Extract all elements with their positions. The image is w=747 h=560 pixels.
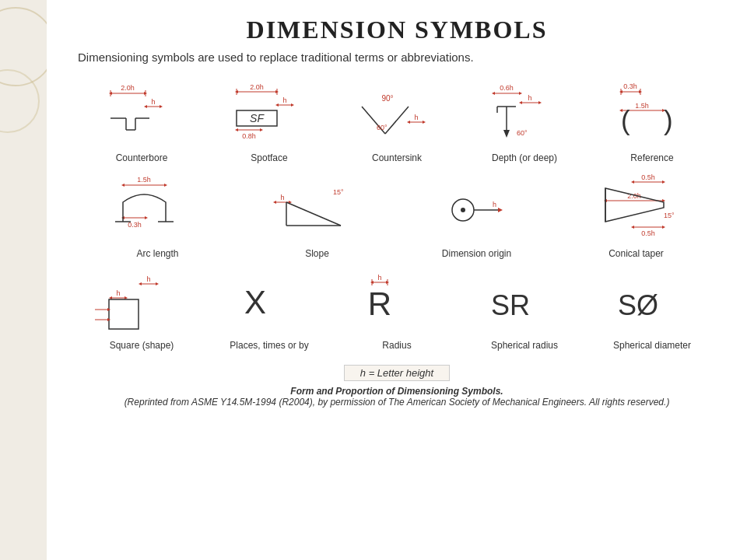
symbol-spotface: 2.0h h 0.8h SF Spotface [205,79,333,163]
svg-text:h: h [151,98,155,106]
page-title: DIMENSION SYMBOLS [78,16,716,44]
symbol-square: h h Square (shape) [78,267,205,351]
depth-label: Depth (or deep) [492,152,557,163]
symbol-spherical-diameter: SØ Spherical diameter [588,267,716,351]
svg-text:2.0h: 2.0h [121,84,135,92]
countersink-label: Countersink [372,152,422,163]
svg-point-76 [461,208,465,212]
svg-text:0.5h: 0.5h [641,173,655,181]
svg-text:h: h [528,94,531,102]
svg-text:h: h [146,275,150,283]
counterbore-label: Counterbore [116,152,168,163]
spotface-label: Spotface [251,152,287,163]
dimension-origin-label: Dimension origin [442,248,511,259]
svg-text:2.0h: 2.0h [250,83,264,91]
svg-text:SR: SR [491,289,530,321]
svg-text:SF: SF [250,112,265,124]
svg-text:1.5h: 1.5h [137,176,151,184]
symbols-row-2: 1.5h 0.3h Arc length h [78,171,716,259]
spherical-diameter-label: Spherical diameter [613,340,691,351]
footer-bold: Form and Proportion of Dimensioning Symb… [290,386,503,397]
svg-text:h: h [116,289,120,297]
symbols-row-3: h h Square (shape) X Places, times or by [78,267,716,351]
radius-label: Radius [382,340,411,351]
svg-text:0.5h: 0.5h [641,229,655,237]
svg-line-31 [385,107,409,134]
spherical-radius-label: Spherical radius [491,340,558,351]
formula-text: h = Letter height [344,365,450,381]
svg-text:R: R [368,285,391,322]
svg-text:0.8h: 0.8h [242,132,256,140]
symbol-conical-taper: 0.5h 2.0h 0.5h 15° Conical taper [556,171,716,259]
slope-label: Slope [305,248,329,259]
svg-text:h: h [414,114,418,121]
square-label: Square (shape) [110,340,174,351]
svg-text:60°: 60° [517,129,528,137]
svg-text:0.6h: 0.6h [500,84,514,92]
svg-text:h: h [280,194,284,201]
symbol-counterbore: 2.0h h Counterbore [78,79,205,163]
svg-text:h: h [493,201,496,208]
footer-citation-text: (Reprinted from ASME Y14.5M-1994 (R2004)… [124,397,670,408]
svg-text:1.5h: 1.5h [635,102,649,110]
formula-wrap: h = Letter height [78,357,716,381]
svg-text:15°: 15° [664,212,675,219]
symbol-arc-length: 1.5h 0.3h Arc length [78,171,237,259]
svg-line-72 [286,202,341,226]
reference-label: Reference [630,152,673,163]
symbol-dimension-origin: h Dimension origin [397,171,556,259]
svg-point-1 [0,70,39,132]
svg-text:0.3h: 0.3h [623,82,637,90]
page-subtitle: Dimensioning symbols are used to replace… [78,51,716,64]
symbol-slope: h 15° Slope [237,171,397,259]
svg-text:): ) [664,105,673,135]
svg-text:60°: 60° [377,124,388,131]
symbol-radius: h R Radius [333,267,461,351]
symbols-row-1: 2.0h h Counterbore [78,79,716,163]
symbol-times: X Places, times or by [205,267,333,351]
svg-marker-43 [503,130,510,138]
symbol-depth: 0.6h h 60° Depth (or deep) [461,79,588,163]
symbol-reference: 0.3h 1.5h ( ) Reference [588,79,716,163]
svg-text:h: h [377,274,381,282]
footer-citation: Form and Proportion of Dimensioning Symb… [78,386,716,408]
times-label: Places, times or by [230,340,308,351]
svg-text:SØ: SØ [618,289,658,321]
svg-text:(: ( [621,105,630,135]
conical-taper-label: Conical taper [608,248,664,259]
svg-rect-96 [109,299,139,329]
svg-text:15°: 15° [333,188,344,196]
symbol-countersink: 90° h 60° Countersink [333,79,461,163]
svg-text:h: h [282,96,286,104]
arc-length-label: Arc length [136,248,178,259]
symbol-spherical-radius: SR Spherical radius [461,267,588,351]
svg-text:90°: 90° [381,94,393,103]
svg-text:X: X [244,284,266,320]
